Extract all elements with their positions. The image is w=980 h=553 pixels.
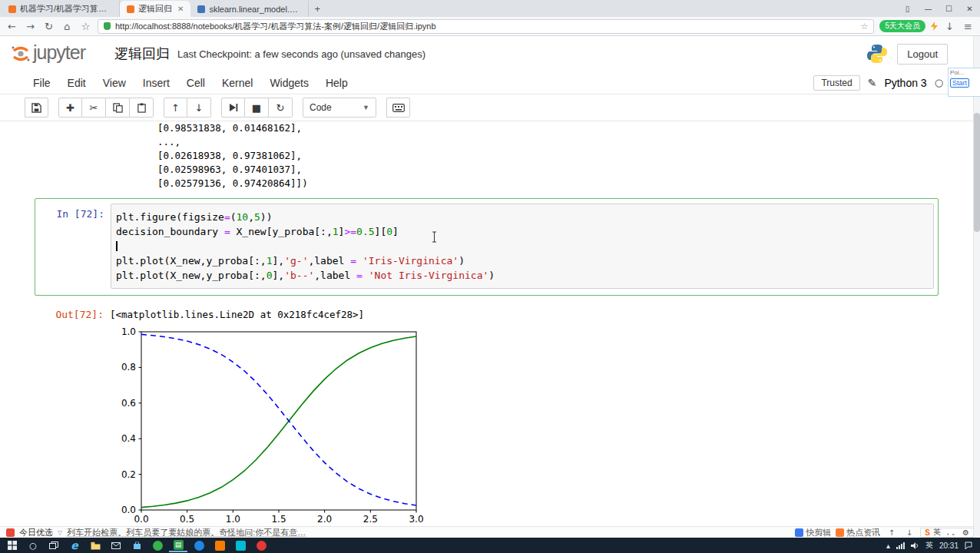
app-icon-blue[interactable] [190, 538, 208, 552]
edge-app-icon[interactable]: e [65, 538, 84, 552]
tab-title: sklearn.linear_model.Logistic… [209, 5, 301, 14]
jupyter-logo[interactable]: jupyter [11, 43, 85, 65]
ticker-source[interactable]: 今日优选 [19, 527, 53, 538]
menu-cell[interactable]: Cell [178, 74, 214, 92]
input-prompt: In [72]: [35, 204, 111, 289]
matplotlib-figure: 0.00.51.01.52.02.53.00.00.20.40.60.81.0 [114, 327, 427, 525]
svg-text:0.8: 0.8 [121, 362, 136, 373]
copy-icon [113, 103, 123, 113]
app-icon-red[interactable] [252, 538, 270, 552]
download-manager-icon[interactable]: ↓ [902, 528, 915, 537]
back-icon[interactable]: ← [5, 21, 18, 32]
add-cell-button[interactable]: ✚ [58, 98, 82, 118]
svg-text:0.6: 0.6 [121, 398, 136, 409]
bookmark-star-icon[interactable]: ☆ [861, 22, 869, 31]
notification-center-icon[interactable] [965, 541, 972, 549]
phone-sync-icon[interactable]: ▯ [897, 5, 918, 13]
logout-button[interactable]: Logout [897, 44, 948, 65]
windows-taskbar: ○ e ▤ ▴ 英 20:31 [0, 538, 980, 553]
chevron-down-icon[interactable]: ▽ [58, 529, 62, 536]
speed-icon[interactable]: ↑ [885, 528, 898, 537]
save-button[interactable] [25, 98, 48, 118]
move-cell-down-button[interactable]: ↓ [187, 98, 211, 118]
download-icon[interactable]: ↓ [943, 21, 956, 32]
sogou-ime-bar[interactable]: S 英 ，。 ⚙ [920, 528, 974, 538]
file-explorer-app-icon[interactable] [86, 538, 104, 552]
menu-kernel[interactable]: Kernel [214, 74, 261, 92]
quick-clip-tool[interactable]: 快剪辑 [795, 527, 831, 538]
notebook-menu-bar: File Edit View Insert Cell Kernel Widget… [0, 71, 980, 94]
menu-edit[interactable]: Edit [59, 74, 94, 92]
url-text[interactable]: http://localhost:8888/notebooks/机器学习/机器学… [115, 21, 856, 32]
new-tab-button[interactable]: + [309, 3, 326, 15]
input-language-indicator[interactable]: 英 [925, 540, 933, 551]
menu-help[interactable]: Help [317, 74, 356, 92]
run-cell-button[interactable] [221, 98, 245, 118]
member-badge[interactable]: 5天大会员 [879, 20, 925, 32]
browser-tab-1[interactable]: 机器学习/机器学习算法-案例/逻… [2, 1, 120, 17]
ticker-headline-link[interactable]: 列车开始检票。列车员要了要姑娘的票。奇怪地问:你不是有意… [67, 527, 790, 538]
menu-view[interactable]: View [94, 74, 134, 92]
trusted-badge[interactable]: Trusted [813, 75, 859, 91]
page-scrollbar[interactable] [973, 36, 980, 538]
code-editor[interactable]: plt.figure(figsize=(10,5))decision_bound… [111, 204, 934, 289]
cortana-search-button[interactable]: ○ [24, 538, 42, 552]
kernel-status-icon: ○ [935, 77, 943, 88]
browser-tab-2-active[interactable]: 逻辑回归 ✕ [120, 1, 190, 17]
jupyter-favicon-icon [127, 5, 134, 13]
store-app-icon[interactable] [127, 538, 146, 552]
taskbar-clock[interactable]: 20:31 [939, 541, 958, 550]
address-bar[interactable]: http://localhost:8888/notebooks/机器学习/机器学… [98, 19, 874, 34]
forward-icon[interactable]: → [24, 21, 37, 32]
ime-settings-gear-icon[interactable]: ⚙ [962, 528, 969, 537]
lightning-icon[interactable] [931, 22, 938, 31]
restart-kernel-button[interactable]: ↻ [269, 98, 293, 118]
paste-cell-button[interactable] [130, 98, 154, 118]
svg-text:2.0: 2.0 [317, 514, 332, 525]
browser-nav-bar: ← → ↻ ⌂ ☆ http://localhost:8888/notebook… [0, 17, 980, 36]
start-button[interactable]: Start [950, 78, 969, 88]
move-cell-up-button[interactable]: ↑ [164, 98, 187, 118]
start-menu-button[interactable] [3, 538, 22, 552]
notebook-title[interactable]: 逻辑回归 [114, 45, 170, 63]
jupyter-app-icon-active[interactable]: ▤ [169, 538, 187, 552]
close-button[interactable]: ✕ [959, 5, 980, 13]
favorites-icon[interactable]: ☆ [79, 21, 92, 32]
browser-tab-3[interactable]: sklearn.linear_model.Logistic… [190, 1, 309, 17]
menu-file[interactable]: File [25, 74, 59, 92]
sogou-logo-icon[interactable]: S [925, 528, 930, 537]
minimize-button[interactable]: — [918, 5, 939, 13]
hot-news-tool[interactable]: 热点资讯 [836, 527, 880, 538]
python-logo-icon [866, 43, 888, 65]
ime-punctuation[interactable]: ，。 [944, 527, 959, 538]
browser-app-icon[interactable] [148, 538, 167, 552]
browser-menu-icon[interactable]: ≡ [962, 21, 975, 32]
task-view-button[interactable] [45, 538, 63, 552]
clipboard-icon [137, 103, 147, 113]
menu-widgets[interactable]: Widgets [261, 74, 317, 92]
copy-cell-button[interactable] [106, 98, 130, 118]
stop-kernel-button[interactable]: ■ [245, 98, 269, 118]
selected-code-cell[interactable]: In [72]: plt.figure(figsize=(10,5))decis… [35, 198, 939, 296]
app-icon-teal[interactable] [231, 538, 250, 552]
maximize-button[interactable]: ☐ [939, 5, 959, 13]
command-palette-button[interactable] [386, 98, 410, 118]
mail-app-icon[interactable] [107, 538, 125, 552]
tab-close-icon[interactable]: ✕ [176, 5, 184, 13]
cell-type-select[interactable]: Code ▼ [303, 98, 376, 118]
ime-language-mode[interactable]: 英 [933, 527, 941, 538]
cell-type-value: Code [310, 102, 332, 113]
cut-cell-button[interactable]: ✂ [82, 98, 106, 118]
home-icon[interactable]: ⌂ [61, 21, 74, 32]
network-icon[interactable] [896, 542, 905, 549]
svg-text:3.0: 3.0 [409, 514, 423, 525]
app-icon-orange[interactable] [210, 538, 229, 552]
volume-icon[interactable] [911, 542, 919, 549]
tray-expand-icon[interactable]: ▴ [886, 541, 890, 550]
menu-insert[interactable]: Insert [134, 74, 178, 92]
refresh-icon[interactable]: ↻ [42, 21, 55, 32]
svg-text:1.5: 1.5 [271, 514, 286, 525]
overlay-title: Poi... [950, 69, 978, 76]
scrollbar-thumb[interactable] [974, 113, 980, 232]
figure-svg: 0.00.51.01.52.02.53.00.00.20.40.60.81.0 [114, 327, 427, 525]
